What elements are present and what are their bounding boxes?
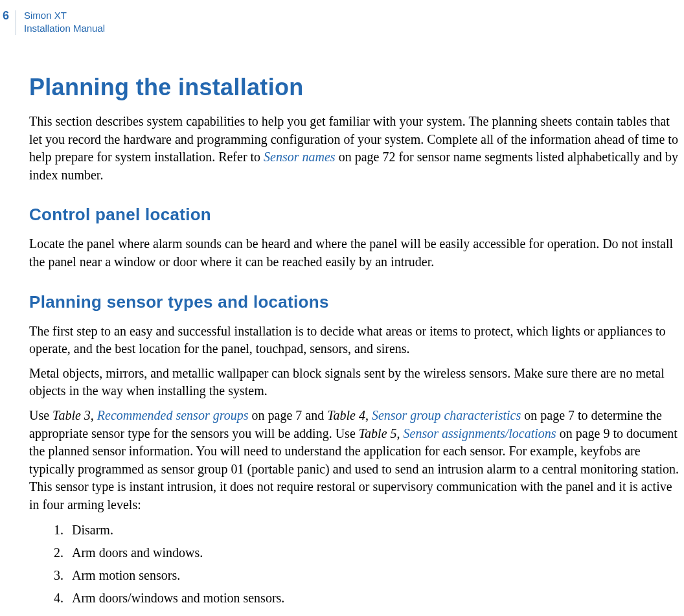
sensor-names-link[interactable]: Sensor names	[264, 150, 336, 164]
arming-levels-list: 1.Disarm. 2.Arm doors and windows. 3.Arm…	[29, 521, 679, 608]
recommended-sensor-groups-link[interactable]: Recommended sensor groups	[97, 408, 249, 422]
list-item: 2.Arm doors and windows.	[54, 543, 679, 562]
page-header: 6 Simon XT Installation Manual	[0, 0, 684, 35]
list-item: 4.Arm doors/windows and motion sensors.	[54, 589, 679, 608]
list-text: Arm motion sensors.	[72, 568, 180, 582]
list-text: Disarm.	[72, 523, 113, 537]
p3-t1: Use	[29, 408, 52, 422]
sensor-types-p1: The first step to an easy and successful…	[29, 323, 679, 358]
p3-table5-label: Table 5,	[359, 426, 404, 440]
sensor-assignments-link[interactable]: Sensor assignments/locations	[404, 426, 556, 440]
list-number: 1.	[54, 521, 72, 540]
list-number: 3.	[54, 566, 72, 585]
list-item: 1.Disarm.	[54, 521, 679, 540]
list-text: Arm doors/windows and motion sensors.	[72, 591, 284, 605]
header-line-2: Installation Manual	[24, 22, 105, 35]
header-doc-title: Simon XT Installation Manual	[24, 9, 105, 34]
list-number: 4.	[54, 589, 72, 608]
p3-table3-label: Table 3,	[52, 408, 97, 422]
page-number: 6	[3, 9, 16, 23]
p3-t2: on page 7 and	[249, 408, 328, 422]
section-heading-control-panel: Control panel location	[29, 205, 679, 225]
p3-table4-label: Table 4,	[327, 408, 372, 422]
header-divider	[16, 10, 16, 35]
section-heading-sensor-types: Planning sensor types and locations	[29, 292, 679, 312]
page-content: Planning the installation This section d…	[0, 35, 684, 608]
control-panel-paragraph: Locate the panel where alarm sounds can …	[29, 235, 679, 271]
intro-paragraph: This section describes system capabiliti…	[29, 113, 679, 184]
sensor-group-characteristics-link[interactable]: Sensor group characteristics	[372, 408, 521, 422]
sensor-types-p3: Use Table 3, Recommended sensor groups o…	[29, 407, 679, 514]
sensor-types-p2: Metal objects, mirrors, and metallic wal…	[29, 365, 679, 400]
page-title: Planning the installation	[29, 74, 679, 101]
list-number: 2.	[54, 543, 72, 562]
header-line-1: Simon XT	[24, 9, 105, 22]
list-item: 3.Arm motion sensors.	[54, 566, 679, 585]
list-text: Arm doors and windows.	[72, 545, 203, 560]
